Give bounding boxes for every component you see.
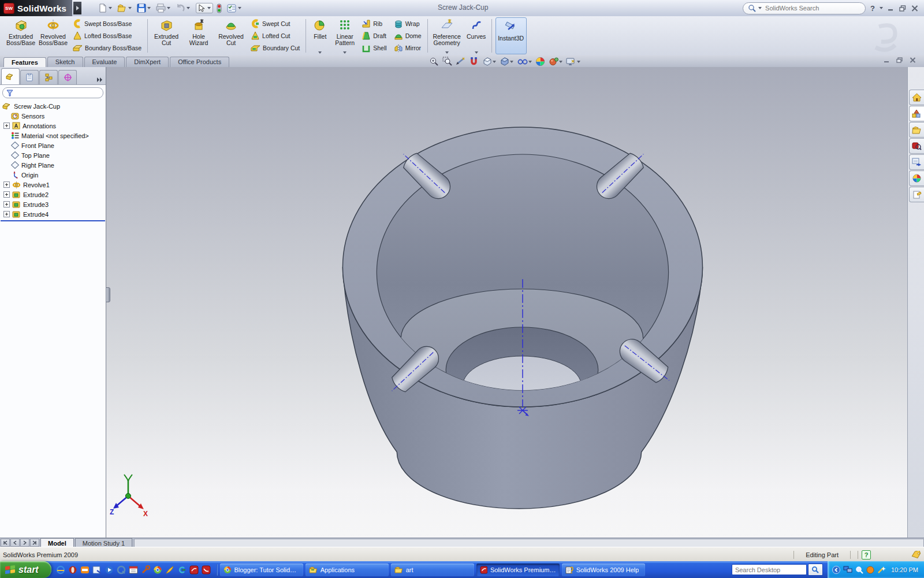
tree-item-sensors[interactable]: Sensors bbox=[0, 111, 106, 121]
reference-geometry-dropdown-icon[interactable] bbox=[445, 51, 449, 54]
hide-show-dropdown-icon[interactable] bbox=[528, 61, 532, 63]
solidworks-search-box[interactable] bbox=[743, 2, 866, 14]
taskbar-clock[interactable]: 10:20 PM bbox=[891, 566, 918, 573]
graphics-viewport[interactable]: X Z bbox=[106, 67, 907, 538]
linear-pattern-button[interactable]: Linear Pattern bbox=[331, 16, 358, 55]
search-input[interactable] bbox=[764, 4, 847, 12]
quicktime-launcher-icon[interactable] bbox=[117, 565, 126, 575]
messenger-launcher-icon[interactable] bbox=[80, 565, 90, 575]
new-document-button[interactable] bbox=[96, 2, 114, 14]
reference-geometry-button[interactable]: Reference Geometry bbox=[430, 16, 464, 55]
tree-item-right-plane[interactable]: Right Plane bbox=[0, 160, 106, 170]
ie-launcher-icon[interactable] bbox=[56, 565, 65, 575]
boundary-cut-button[interactable]: Boundary Cut bbox=[248, 43, 302, 53]
taskbar-item-solidworks-help[interactable]: SolidWorks 2009 Help bbox=[562, 564, 645, 576]
status-help-button[interactable]: ? bbox=[862, 550, 871, 560]
curves-button[interactable]: Curves bbox=[464, 16, 489, 55]
display-style-button[interactable] bbox=[499, 56, 514, 67]
status-tag-icon[interactable] bbox=[911, 551, 921, 558]
tree-item-origin[interactable]: Origin bbox=[0, 170, 106, 180]
tree-item-material[interactable]: Material <not specified> bbox=[0, 131, 106, 140]
taskbar-item-art[interactable]: art bbox=[391, 564, 474, 576]
file-explorer-tab[interactable] bbox=[909, 122, 924, 138]
tab-scroll-left-button[interactable] bbox=[10, 539, 20, 547]
previous-view-button[interactable] bbox=[455, 56, 466, 67]
open-document-button[interactable] bbox=[116, 2, 133, 14]
tab-office-products[interactable]: Office Products bbox=[170, 57, 229, 67]
search-tray-icon[interactable] bbox=[855, 566, 863, 574]
rib-button[interactable]: Rib bbox=[359, 18, 389, 29]
menu-expand-button[interactable] bbox=[73, 2, 81, 14]
expand-toggle[interactable] bbox=[3, 181, 10, 188]
dimxpert-manager-tab[interactable] bbox=[58, 70, 77, 84]
pane-splitter-handle[interactable] bbox=[106, 287, 110, 302]
curves-dropdown-icon[interactable] bbox=[475, 51, 478, 54]
swept-boss-button[interactable]: Swept Boss/Base bbox=[70, 18, 144, 29]
tools-launcher-icon[interactable] bbox=[141, 565, 150, 575]
close-button[interactable] bbox=[911, 5, 918, 12]
revolved-cut-button[interactable]: Revolved Cut bbox=[215, 16, 247, 55]
solidworks-resources-tab[interactable] bbox=[909, 90, 924, 105]
hole-wizard-button[interactable]: Hole Wizard bbox=[182, 16, 215, 55]
solidworks-search-tab[interactable] bbox=[909, 138, 924, 154]
hide-show-items-button[interactable] bbox=[516, 56, 532, 67]
tree-item-extrude4[interactable]: Extrude4 bbox=[0, 209, 106, 219]
view-settings-button[interactable] bbox=[565, 57, 581, 67]
mirror-button[interactable]: Mirror bbox=[392, 43, 424, 53]
tab-scroll-right-button[interactable] bbox=[20, 539, 29, 547]
model-tab[interactable]: Model bbox=[40, 538, 74, 547]
opera-launcher-icon[interactable] bbox=[68, 565, 77, 575]
view-orientation-button[interactable] bbox=[482, 56, 497, 67]
undo-button[interactable] bbox=[174, 2, 192, 14]
fillet-button[interactable]: Fillet bbox=[308, 16, 331, 55]
pen-launcher-icon[interactable] bbox=[165, 565, 174, 575]
expand-toggle[interactable] bbox=[3, 123, 10, 129]
apply-scene-button[interactable] bbox=[535, 56, 546, 67]
revolved-boss-button[interactable]: Revolved Boss/Base bbox=[37, 16, 69, 55]
lofted-cut-button[interactable]: Lofted Cut bbox=[248, 31, 302, 41]
taskbar-item-applications[interactable]: Applications bbox=[305, 564, 389, 576]
options-button[interactable] bbox=[225, 3, 243, 14]
tab-dimxpert[interactable]: DimXpert bbox=[126, 57, 169, 67]
fillet-dropdown-icon[interactable] bbox=[318, 51, 322, 54]
view-settings-dropdown-icon[interactable] bbox=[577, 61, 580, 63]
mail-launcher-icon[interactable] bbox=[92, 565, 102, 575]
taskbar-item-solidworks[interactable]: SolidWorks Premium 2... bbox=[476, 564, 560, 576]
tree-item-top-plane[interactable]: Top Plane bbox=[0, 150, 106, 160]
chrome-launcher-icon[interactable] bbox=[153, 565, 162, 575]
taskbar-item-blogger[interactable]: Blogger: Tutor SolidW... bbox=[220, 564, 303, 576]
extruded-cut-button[interactable]: Extruded Cut bbox=[150, 16, 182, 55]
tab-sketch[interactable]: Sketch bbox=[47, 57, 83, 67]
document-close-button[interactable] bbox=[910, 57, 916, 63]
property-manager-tab[interactable] bbox=[20, 70, 39, 84]
appearances-scenes-tab[interactable] bbox=[909, 171, 924, 186]
linear-pattern-dropdown-icon[interactable] bbox=[343, 51, 346, 54]
solidworks-launcher-icon-2[interactable] bbox=[202, 565, 211, 575]
zoom-to-fit-button[interactable] bbox=[429, 56, 439, 67]
model-canvas[interactable]: X Z bbox=[106, 67, 907, 538]
zoom-to-area-button[interactable] bbox=[442, 56, 453, 67]
wand-tray-icon[interactable] bbox=[877, 566, 886, 574]
configuration-manager-tab[interactable] bbox=[39, 70, 58, 84]
shell-button[interactable]: Shell bbox=[359, 43, 389, 53]
minimize-button[interactable] bbox=[888, 5, 894, 11]
solidworks-launcher-icon[interactable] bbox=[189, 565, 199, 575]
desktop-search-input[interactable] bbox=[732, 564, 807, 575]
tab-scroll-last-button[interactable] bbox=[30, 539, 39, 547]
select-tool-group[interactable] bbox=[196, 3, 213, 13]
tree-item-extrude2[interactable]: Extrude2 bbox=[0, 190, 106, 199]
help-dropdown-icon[interactable] bbox=[880, 7, 883, 9]
desktop-search-button[interactable] bbox=[808, 564, 823, 576]
start-button[interactable]: start bbox=[0, 561, 51, 578]
selection-filter-button[interactable] bbox=[215, 2, 223, 14]
expand-toggle[interactable] bbox=[3, 201, 10, 208]
edit-appearance-dropdown-icon[interactable] bbox=[559, 61, 562, 63]
restore-button[interactable] bbox=[899, 5, 906, 12]
cup-model[interactable] bbox=[342, 127, 702, 509]
display-style-dropdown-icon[interactable] bbox=[510, 61, 513, 63]
tab-scroll-first-button[interactable] bbox=[1, 539, 10, 547]
motion-study-tab[interactable]: Motion Study 1 bbox=[75, 538, 132, 547]
tree-item-part[interactable]: Screw Jack-Cup bbox=[0, 101, 106, 111]
tab-features[interactable]: Features bbox=[3, 57, 46, 68]
tree-item-front-plane[interactable]: Front Plane bbox=[0, 140, 106, 150]
